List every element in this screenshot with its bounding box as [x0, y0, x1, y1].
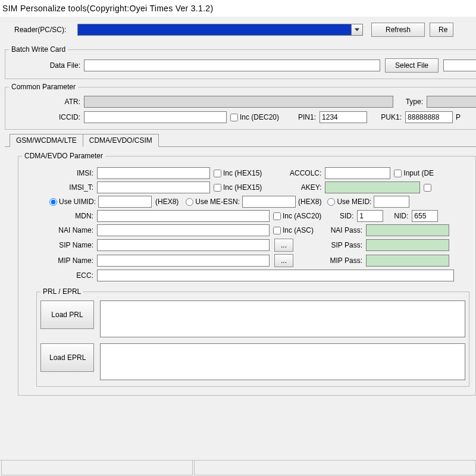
sid-input[interactable]: [357, 210, 383, 222]
tab-cdma[interactable]: CDMA/EVDO/CSIM: [83, 134, 159, 147]
tab-bar: GSM/WCDMA/LTE CDMA/EVDO/CSIM: [10, 133, 476, 146]
imsi-input[interactable]: [97, 167, 210, 179]
pin1-label: PIN1:: [279, 113, 320, 121]
nai-name-label: NAI Name:: [22, 226, 97, 234]
meid-input[interactable]: [374, 196, 409, 208]
mip-browse-button[interactable]: ...: [274, 254, 293, 267]
imsi-t-input[interactable]: [97, 181, 210, 193]
use-meid-label: Use MEID:: [337, 198, 371, 206]
imsi-t-inc-label: Inc (HEX15): [223, 183, 262, 192]
akey-checkbox[interactable]: [424, 184, 431, 192]
meesn-hex8: (HEX8): [296, 198, 324, 206]
eprl-display: [100, 343, 465, 380]
iccid-inc-checkbox[interactable]: [230, 114, 238, 121]
status-cell-2: [194, 461, 476, 475]
accolc-input-label: Input (DE: [403, 169, 434, 177]
use-meesn-radio[interactable]: [186, 198, 193, 206]
nai-pass-label: NAI Pass:: [314, 226, 366, 234]
ecc-label: ECC:: [22, 271, 97, 280]
iccid-inc-label: Inc (DEC20): [240, 113, 279, 121]
window-title: SIM Personalize tools(Copyright:Oyei Tim…: [0, 0, 476, 17]
imsi-inc-checkbox[interactable]: [214, 170, 221, 177]
nai-inc-label: Inc (ASC): [283, 226, 314, 234]
cdma-fieldset: CDMA/EVDO Parameter IMSI: Inc (HEX15) AC…: [18, 152, 476, 396]
sip-browse-button[interactable]: ...: [274, 239, 293, 252]
mdn-inc-checkbox[interactable]: [273, 212, 281, 220]
sip-name-label: SIP Name:: [22, 241, 97, 249]
sip-pass-label: SIP Pass:: [293, 241, 366, 249]
nai-name-input[interactable]: [97, 224, 270, 236]
cdma-legend: CDMA/EVDO Parameter: [22, 152, 105, 160]
imsi-t-label: IMSI_T:: [22, 183, 97, 192]
atr-field: [84, 96, 393, 108]
meesn-input[interactable]: [242, 196, 296, 208]
chevron-down-icon[interactable]: [351, 24, 362, 36]
load-eprl-button[interactable]: Load EPRL: [40, 343, 94, 372]
ecc-input[interactable]: [97, 270, 454, 281]
status-cell-1: [1, 461, 193, 475]
akey-label: AKEY:: [262, 183, 325, 192]
mip-name-input[interactable]: [97, 255, 270, 267]
use-uimid-label: Use UIMID:: [59, 198, 96, 206]
iccid-input[interactable]: [84, 111, 227, 123]
sip-name-input[interactable]: [97, 239, 270, 251]
mip-pass-input[interactable]: [366, 255, 449, 267]
sid-label: SID:: [321, 212, 357, 220]
use-uimid-radio[interactable]: [49, 198, 57, 206]
prl-display: [100, 300, 465, 337]
mdn-input[interactable]: [97, 210, 270, 222]
mdn-label: MDN:: [22, 212, 97, 220]
p-label: P: [453, 113, 467, 121]
imsi-label: IMSI:: [22, 169, 97, 177]
nai-pass-input[interactable]: [366, 224, 449, 236]
select-file-button[interactable]: Select File: [385, 58, 439, 73]
batch-legend: Batch Write Card: [9, 45, 68, 54]
datafile-input[interactable]: [84, 60, 380, 71]
accolc-input[interactable]: [325, 167, 390, 179]
common-legend: Common Parameter: [9, 83, 78, 91]
load-prl-button[interactable]: Load PRL: [40, 300, 94, 329]
reader-label: Reader(PC/SC):: [14, 26, 77, 34]
akey-input[interactable]: [325, 181, 420, 193]
nid-input[interactable]: [412, 210, 438, 222]
refresh-button[interactable]: Refresh: [371, 23, 425, 37]
re-button[interactable]: Re: [430, 23, 453, 37]
type-field: [427, 96, 476, 108]
accolc-label: ACCOLC:: [262, 169, 325, 177]
sip-pass-input[interactable]: [366, 239, 449, 251]
mdn-inc-label: Inc (ASC20): [283, 212, 321, 220]
mip-name-label: MIP Name:: [22, 256, 97, 265]
app-window: SIM Personalize tools(Copyright:Oyei Tim…: [0, 0, 476, 476]
puk1-label: PUK1:: [367, 113, 405, 121]
nai-inc-checkbox[interactable]: [273, 227, 281, 234]
type-label: Type:: [393, 98, 427, 106]
imsi-inc-label: Inc (HEX15): [223, 169, 262, 177]
common-param-fieldset: Common Parameter ATR: Type: ICCID: Inc (…: [5, 83, 476, 130]
prl-fieldset: PRL / EPRL Load PRL Load EPRL: [36, 287, 469, 387]
tab-gsm[interactable]: GSM/WCDMA/LTE: [10, 134, 83, 147]
batch-write-fieldset: Batch Write Card Data File: Select File: [5, 45, 476, 79]
datafile-label: Data File:: [9, 61, 84, 70]
uimid-hex8: (HEX8): [152, 198, 182, 206]
uimid-input[interactable]: [98, 196, 152, 208]
atr-label: ATR:: [9, 98, 84, 106]
puk1-input[interactable]: [405, 111, 453, 123]
use-meid-radio[interactable]: [327, 198, 335, 206]
mip-pass-label: MIP Pass:: [293, 256, 366, 265]
accolc-input-checkbox[interactable]: [394, 170, 402, 177]
use-meesn-label: Use ME-ESN:: [195, 198, 240, 206]
nid-label: NID:: [383, 212, 412, 220]
status-bar: [0, 460, 476, 476]
prl-legend: PRL / EPRL: [40, 287, 83, 296]
pin1-input[interactable]: [320, 111, 367, 123]
imsi-t-inc-checkbox[interactable]: [214, 184, 221, 192]
reader-combo[interactable]: [77, 24, 363, 36]
batch-extra-input[interactable]: [443, 60, 476, 71]
iccid-label: ICCID:: [9, 113, 84, 121]
